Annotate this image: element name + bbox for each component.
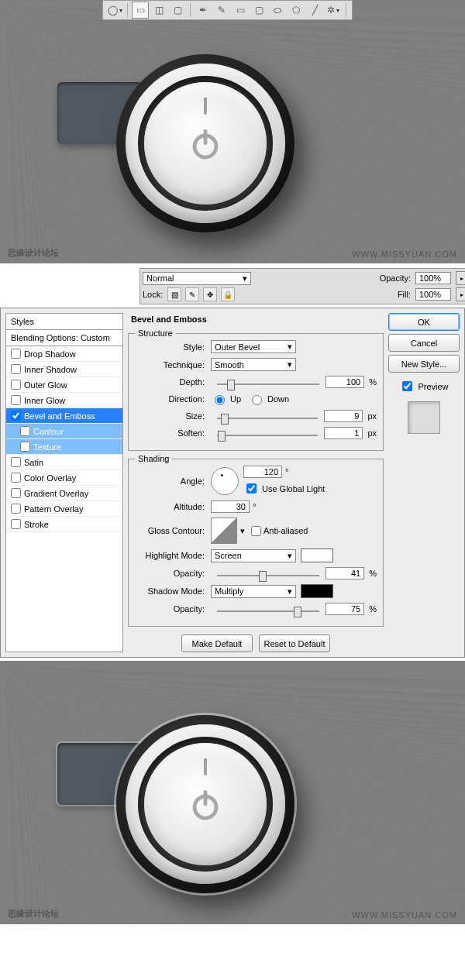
- effect-inner-shadow[interactable]: Inner Shadow: [6, 362, 122, 377]
- cancel-button[interactable]: Cancel: [388, 334, 460, 352]
- styles-header[interactable]: Styles: [6, 314, 122, 330]
- direction-down-radio[interactable]: [252, 395, 262, 405]
- fill-pixels-icon[interactable]: ▢: [169, 2, 186, 19]
- effect-pattern-overlay[interactable]: Pattern Overlay: [6, 501, 122, 517]
- lock-transparency-icon[interactable]: ▨: [167, 287, 181, 301]
- blend-mode-select[interactable]: Normal▾: [143, 272, 251, 285]
- opacity-input[interactable]: 100%: [415, 272, 451, 284]
- lock-label: Lock:: [143, 290, 163, 299]
- drop-shadow-checkbox[interactable]: [11, 349, 21, 359]
- shadow-opacity-input[interactable]: 75: [326, 603, 364, 615]
- effect-drop-shadow[interactable]: Drop Shadow: [6, 346, 122, 362]
- effect-color-overlay[interactable]: Color Overlay: [6, 470, 122, 486]
- shape-toolbar: ◯▾ ▭ ◫ ▢ ✒ ✎ ▭ ▢ ⬭ ⬠ ╱ ✲▾: [102, 0, 353, 20]
- power-icon: [187, 125, 224, 162]
- power-icon: [187, 786, 224, 823]
- preview-swatch: [408, 401, 440, 434]
- effect-bevel-emboss[interactable]: Bevel and Emboss: [6, 408, 122, 424]
- svg-rect-1: [204, 129, 208, 145]
- gloss-contour-picker[interactable]: [211, 518, 237, 544]
- depth-input[interactable]: 100: [326, 376, 364, 388]
- contour-checkbox[interactable]: [20, 426, 30, 436]
- altitude-input[interactable]: 30: [211, 500, 250, 513]
- svg-rect-3: [204, 790, 208, 806]
- layers-panel: Normal▾ Opacity: 100% ▸ Lock: ▨ ✎ ✥ 🔒 Fi…: [140, 268, 465, 304]
- highlight-mode-select[interactable]: Screen▾: [211, 549, 296, 562]
- effect-texture[interactable]: Texture: [6, 439, 122, 455]
- size-input[interactable]: 9: [324, 410, 363, 422]
- size-slider[interactable]: [217, 410, 318, 422]
- fill-flyout-icon[interactable]: ▸: [456, 287, 465, 301]
- freeform-pen-icon[interactable]: ✎: [213, 2, 230, 19]
- effects-list: Styles Blending Options: Custom Drop Sha…: [5, 313, 123, 652]
- shape-layers-icon[interactable]: ▭: [132, 2, 149, 19]
- effect-outer-glow[interactable]: Outer Glow: [6, 377, 122, 393]
- shadow-opacity-slider[interactable]: [217, 603, 319, 615]
- preview-before: ◯▾ ▭ ◫ ▢ ✒ ✎ ▭ ▢ ⬭ ⬠ ╱ ✲▾ 思缘设计论坛 WWW.MIS…: [0, 0, 465, 263]
- custom-shape-icon[interactable]: ✲▾: [325, 2, 342, 19]
- stroke-checkbox[interactable]: [11, 519, 21, 529]
- watermark-right: WWW.MISSYUAN.COM: [352, 249, 457, 259]
- outer-glow-checkbox[interactable]: [11, 380, 21, 390]
- pattern-overlay-checkbox[interactable]: [11, 504, 21, 514]
- opacity-label: Opacity:: [380, 273, 411, 283]
- lock-icons: ▨ ✎ ✥ 🔒: [167, 287, 236, 301]
- blending-options-header[interactable]: Blending Options: Custom: [6, 330, 122, 346]
- power-knob: [116, 54, 294, 232]
- opacity-flyout-icon[interactable]: ▸: [456, 271, 465, 285]
- watermark-right: WWW.MISSYUAN.COM: [352, 910, 457, 920]
- inner-glow-checkbox[interactable]: [11, 395, 21, 405]
- preview-checkbox[interactable]: [402, 381, 412, 391]
- highlight-opacity-input[interactable]: 41: [326, 567, 364, 579]
- paths-icon[interactable]: ◫: [150, 2, 167, 19]
- anti-aliased-checkbox[interactable]: [251, 526, 261, 536]
- lock-all-icon[interactable]: 🔒: [221, 287, 235, 301]
- lock-image-icon[interactable]: ✎: [185, 287, 199, 301]
- shading-group: Shading Angle:120°Use Global Light Altit…: [128, 459, 384, 627]
- watermark-left: 思缘设计论坛: [8, 247, 59, 259]
- fill-input[interactable]: 100%: [415, 288, 451, 301]
- line-icon[interactable]: ╱: [306, 2, 323, 19]
- effect-satin[interactable]: Satin: [6, 455, 122, 470]
- bevel-emboss-checkbox[interactable]: [11, 411, 21, 421]
- soften-slider[interactable]: [217, 427, 318, 439]
- fill-label: Fill:: [398, 290, 411, 299]
- make-default-button[interactable]: Make Default: [181, 634, 253, 652]
- rectangle-icon[interactable]: ▭: [232, 2, 249, 19]
- style-select[interactable]: Outer Bevel▾: [211, 340, 296, 353]
- watermark-left: 思缘设计论坛: [8, 908, 59, 920]
- layer-style-dialog: Styles Blending Options: Custom Drop Sha…: [0, 308, 465, 658]
- satin-checkbox[interactable]: [11, 457, 21, 467]
- ellipse-tool-icon[interactable]: ◯▾: [106, 2, 123, 19]
- gradient-overlay-checkbox[interactable]: [11, 488, 21, 498]
- panel-title: Bevel and Emboss: [128, 313, 384, 325]
- effect-contour[interactable]: Contour: [6, 424, 122, 439]
- depth-slider[interactable]: [217, 376, 319, 388]
- effect-inner-glow[interactable]: Inner Glow: [6, 393, 122, 408]
- direction-up-radio[interactable]: [215, 395, 225, 405]
- power-knob: [116, 715, 294, 893]
- soften-input[interactable]: 1: [324, 427, 363, 439]
- shadow-color-swatch[interactable]: [301, 584, 333, 598]
- new-style-button[interactable]: New Style...: [388, 355, 460, 373]
- ellipse-icon[interactable]: ⬭: [269, 2, 286, 19]
- rounded-rect-icon[interactable]: ▢: [250, 2, 267, 19]
- structure-group: Structure Style:Outer Bevel▾ Technique:S…: [128, 333, 384, 451]
- angle-dial[interactable]: [211, 467, 239, 495]
- angle-input[interactable]: 120: [243, 466, 282, 478]
- technique-select[interactable]: Smooth▾: [211, 358, 296, 371]
- color-overlay-checkbox[interactable]: [11, 473, 21, 483]
- lock-position-icon[interactable]: ✥: [203, 287, 217, 301]
- pen-icon[interactable]: ✒: [195, 2, 212, 19]
- shadow-mode-select[interactable]: Multiply▾: [211, 585, 296, 598]
- effect-stroke[interactable]: Stroke: [6, 517, 122, 532]
- highlight-opacity-slider[interactable]: [217, 567, 319, 579]
- global-light-checkbox[interactable]: [246, 483, 257, 493]
- effect-gradient-overlay[interactable]: Gradient Overlay: [6, 486, 122, 501]
- highlight-color-swatch[interactable]: [301, 548, 333, 562]
- ok-button[interactable]: OK: [388, 313, 460, 331]
- texture-checkbox[interactable]: [20, 442, 30, 452]
- polygon-icon[interactable]: ⬠: [288, 2, 305, 19]
- reset-default-button[interactable]: Reset to Default: [259, 634, 330, 652]
- inner-shadow-checkbox[interactable]: [11, 364, 21, 374]
